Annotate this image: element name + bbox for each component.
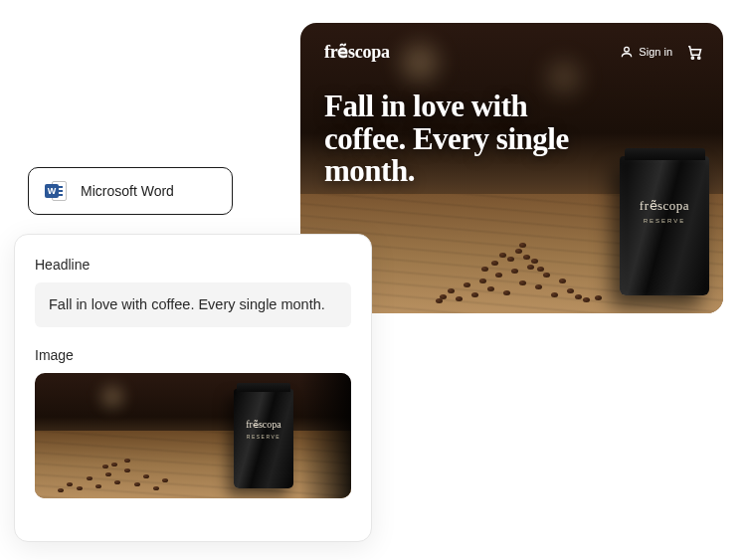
sign-in-button[interactable]: Sign in (620, 45, 672, 59)
ms-word-icon: W (45, 180, 67, 202)
cart-icon[interactable] (686, 44, 703, 61)
coffee-beans-pile (420, 236, 619, 305)
sign-in-label: Sign in (639, 46, 672, 58)
hero-header: frẽscopa Sign in (324, 41, 703, 63)
header-actions: Sign in (620, 44, 703, 61)
hero-headline: Fall in love with coffee. Every single m… (324, 91, 613, 188)
content-editor-panel: Headline Fall in love with coffee. Every… (14, 234, 372, 542)
brand-logo[interactable]: frẽscopa (324, 41, 390, 63)
ms-word-label: Microsoft Word (81, 183, 174, 199)
microsoft-word-badge[interactable]: W Microsoft Word (28, 167, 233, 215)
thumb-beans (45, 447, 204, 496)
thumb-coffee-bag: frẽscopa Reserve (234, 389, 293, 488)
image-thumbnail[interactable]: frẽscopa Reserve (35, 373, 351, 498)
thumb-bag-brand: frẽscopa (234, 419, 293, 430)
svg-point-1 (691, 57, 693, 59)
coffee-bag: frẽscopa Reserve (620, 156, 709, 295)
bag-reserve-label: Reserve (620, 218, 709, 224)
headline-field-label: Headline (35, 257, 351, 273)
thumb-bag-reserve: Reserve (234, 434, 293, 440)
svg-point-0 (625, 47, 630, 52)
bag-brand-label: frẽscopa (620, 198, 709, 214)
user-icon (620, 45, 634, 59)
headline-input[interactable]: Fall in love with coffee. Every single m… (35, 282, 351, 327)
svg-point-2 (698, 57, 700, 59)
image-field-label: Image (35, 347, 351, 363)
